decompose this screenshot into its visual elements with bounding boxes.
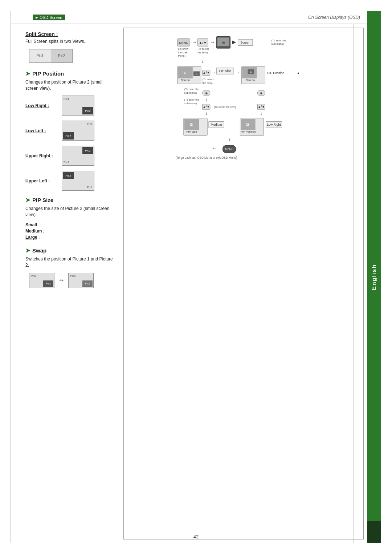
pip-size-section: ➤ PIP Size Changes the size of Picture 2… <box>25 197 116 240</box>
svg-text:Medium: Medium <box>211 123 222 126</box>
svg-text:Screen: Screen <box>246 78 255 82</box>
svg-text:(To show: (To show <box>178 47 189 50</box>
pip-upper-right-diagram: Pic1 Pic2 <box>62 146 94 166</box>
language-sidebar: English <box>367 11 381 543</box>
header-bar: OSD-Screen On Screen Displays (OSD) <box>11 11 367 24</box>
pip-position-title: PIP Position <box>32 70 64 77</box>
svg-text:sub-menu): sub-menu) <box>184 102 197 105</box>
svg-text:🖼: 🖼 <box>246 123 249 126</box>
swap-desc: Switches the position of Picture 1 and P… <box>25 256 116 268</box>
header-title: On Screen Displays (OSD) <box>308 15 360 20</box>
swap-box2-pic1: Pic1 <box>82 280 93 287</box>
pip-low-left-pic2: Pic2 <box>63 132 74 139</box>
svg-text:(To go back last OSD Menu or e: (To go back last OSD Menu or exit OSD Me… <box>176 156 237 159</box>
pip-size-large-label: Large <box>25 235 37 240</box>
swap-title: Swap <box>32 247 46 254</box>
pip-upper-left-pic1: Pic1 <box>87 186 93 189</box>
pip-upper-left-diagram: Pic1 Pic2 <box>62 171 94 191</box>
swap-box2-pic2: Pic2 <box>70 274 76 278</box>
pip-position-arrow: ➤ <box>25 70 30 77</box>
pip-position-desc: Changes the position of Picture 2 (small… <box>25 79 116 92</box>
pip-size-arrow: ➤ <box>25 197 30 203</box>
pip-low-right-label: Low Right : <box>25 103 58 108</box>
split-pic2-label: Pic2 <box>51 49 73 62</box>
svg-text:→: → <box>212 70 216 75</box>
svg-text:PIP Position: PIP Position <box>241 130 256 133</box>
split-screen-section: Split Screen : Full Screen splits in two… <box>25 31 116 63</box>
svg-text:(To select the item): (To select the item) <box>214 105 236 109</box>
svg-text:→: → <box>192 39 197 45</box>
pip-size-small-label: Small <box>25 222 37 227</box>
svg-text:→: → <box>210 39 215 45</box>
left-panel: Split Screen : Full Screen splits in two… <box>11 24 123 543</box>
svg-text:PIP Size: PIP Size <box>186 130 197 133</box>
split-diagram: Pic1 Pic2 <box>29 49 73 63</box>
pip-position-section: ➤ PIP Position Changes the position of P… <box>25 70 116 191</box>
split-pic1-label: Pic1 <box>29 49 51 62</box>
svg-text:◄: ◄ <box>297 71 300 75</box>
svg-text:🖼: 🖼 <box>190 123 193 126</box>
svg-text:📺: 📺 <box>222 41 225 44</box>
svg-text:◉: ◉ <box>260 92 262 95</box>
svg-text:(To enter the: (To enter the <box>271 39 286 42</box>
pip-upper-right-pic1: Pic1 <box>64 161 69 164</box>
svg-text:▲/▼: ▲/▼ <box>203 71 210 74</box>
svg-text:MENU: MENU <box>225 147 233 151</box>
svg-text:🖼: 🖼 <box>184 72 187 75</box>
svg-text:PIP Size: PIP Size <box>219 69 231 73</box>
pip-upper-left-pic2: Pic2 <box>63 172 74 179</box>
svg-text:↓: ↓ <box>201 58 204 64</box>
left-vertical-line <box>10 11 11 543</box>
pip-low-left-item: Low Left : Pic1 Pic2 <box>25 121 116 141</box>
pip-low-left-diagram: Pic1 Pic2 <box>62 121 94 141</box>
pip-size-small: Small : <box>25 222 116 227</box>
language-label: English <box>371 264 377 290</box>
svg-text:Menu): Menu) <box>178 54 185 57</box>
svg-text:sub-menu): sub-menu) <box>271 42 284 45</box>
svg-text:sub-menu): sub-menu) <box>184 91 197 94</box>
split-screen-desc: Full Screen splits in two Views. <box>25 39 116 45</box>
pip-upper-right-pic2: Pic2 <box>82 147 93 154</box>
svg-text:the item): the item) <box>197 51 208 54</box>
svg-text:S: S <box>196 73 197 75</box>
swap-diagram: Pic1 Pic2 ↔ Pic2 Pic1 <box>29 273 116 288</box>
swap-arrow-icon: ➤ <box>25 247 30 254</box>
svg-text:(To select: (To select <box>197 47 209 50</box>
swap-box1-pic1: Pic1 <box>31 274 37 278</box>
pip-low-right-item: Low Right : Pic1 Pic2 <box>25 96 116 116</box>
svg-text:MENU: MENU <box>179 41 188 45</box>
svg-text:▲/▼: ▲/▼ <box>199 41 207 45</box>
svg-text:the item): the item) <box>203 81 213 85</box>
svg-text:←: ← <box>212 146 217 151</box>
svg-text:PIP Position: PIP Position <box>267 71 284 75</box>
pip-upper-right-item: Upper Right : Pic1 Pic2 <box>25 146 116 166</box>
svg-text:→: → <box>236 70 240 75</box>
svg-text:↓: ↓ <box>260 111 263 116</box>
swap-arrow-symbol: ↔ <box>58 276 65 284</box>
svg-text:▲/▼: ▲/▼ <box>203 105 210 109</box>
pip-upper-left-item: Upper Left : Pic1 Pic2 <box>25 171 116 191</box>
svg-text:◉: ◉ <box>205 92 208 95</box>
pip-low-right-pic2: Pic2 <box>82 107 93 114</box>
pip-size-title: PIP Size <box>32 197 53 203</box>
svg-text:the Main: the Main <box>178 51 188 54</box>
pip-upper-left-label: Upper Left : <box>25 178 58 183</box>
svg-text:(To enter the: (To enter the <box>184 98 199 101</box>
svg-text:Screen: Screen <box>240 41 250 44</box>
pip-low-left-label: Low Left : <box>25 128 58 133</box>
pip-position-heading: ➤ PIP Position <box>25 70 116 77</box>
right-panel: MENU → ▲/▼ → 📺 ▶ Screen (To show the Mai… <box>123 28 364 539</box>
pip-low-left-pic1: Pic1 <box>87 122 93 126</box>
svg-text:▶: ▶ <box>232 39 236 45</box>
svg-text:S: S <box>250 70 252 73</box>
swap-box1-pic2: Pic2 <box>43 280 53 287</box>
svg-text:▲/▼: ▲/▼ <box>258 105 265 109</box>
svg-text:↓: ↓ <box>205 97 208 102</box>
split-screen-heading: Split Screen : <box>25 31 116 37</box>
pip-low-right-diagram: Pic1 Pic2 <box>62 96 94 116</box>
pip-size-large: Large : <box>25 235 116 240</box>
swap-box1: Pic1 Pic2 <box>29 273 54 288</box>
swap-section: ➤ Swap Switches the position of Picture … <box>25 247 116 288</box>
svg-text:Screen: Screen <box>181 78 190 82</box>
svg-text:(To select: (To select <box>203 78 214 81</box>
